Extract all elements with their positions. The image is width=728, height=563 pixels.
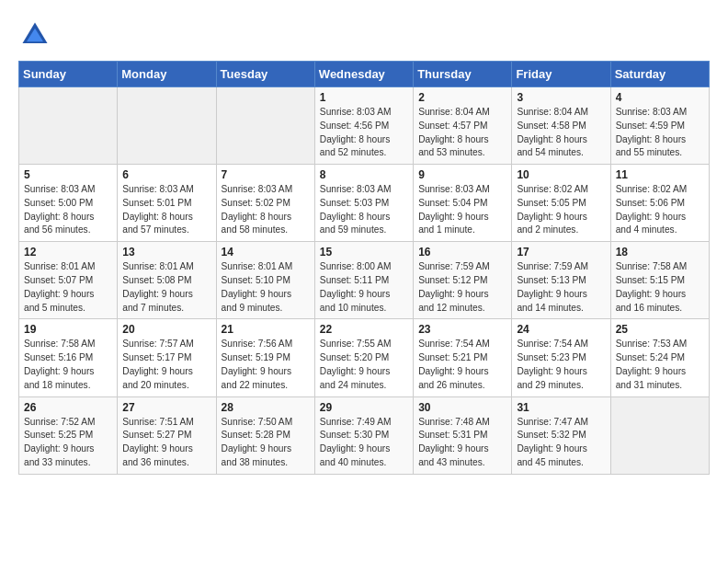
day-number: 5 — [24, 168, 112, 181]
day-info: Sunrise: 7:47 AM Sunset: 5:32 PM Dayligh… — [517, 416, 605, 470]
day-number: 17 — [517, 246, 605, 259]
day-info: Sunrise: 8:03 AM Sunset: 5:02 PM Dayligh… — [222, 183, 310, 237]
day-number: 20 — [122, 323, 210, 336]
header-cell-wednesday: Wednesday — [314, 62, 413, 87]
day-number: 15 — [320, 246, 408, 259]
day-cell: 24Sunrise: 7:54 AM Sunset: 5:23 PM Dayli… — [512, 319, 610, 396]
day-info: Sunrise: 7:56 AM Sunset: 5:19 PM Dayligh… — [222, 338, 310, 392]
day-number: 26 — [24, 401, 112, 414]
day-cell: 11Sunrise: 8:02 AM Sunset: 5:06 PM Dayli… — [610, 165, 709, 242]
header-cell-saturday: Saturday — [610, 62, 709, 87]
day-cell: 19Sunrise: 7:58 AM Sunset: 5:16 PM Dayli… — [19, 319, 118, 396]
day-cell: 27Sunrise: 7:51 AM Sunset: 5:27 PM Dayli… — [118, 396, 216, 474]
page-header — [18, 18, 710, 52]
calendar-table: SundayMondayTuesdayWednesdayThursdayFrid… — [18, 61, 710, 475]
day-info: Sunrise: 7:51 AM Sunset: 5:27 PM Dayligh… — [122, 416, 210, 470]
week-row-1: 1Sunrise: 8:03 AM Sunset: 4:56 PM Daylig… — [19, 87, 710, 165]
day-number: 16 — [418, 246, 506, 259]
day-cell: 30Sunrise: 7:48 AM Sunset: 5:31 PM Dayli… — [414, 396, 512, 474]
day-cell: 8Sunrise: 8:03 AM Sunset: 5:03 PM Daylig… — [314, 165, 413, 242]
day-info: Sunrise: 8:03 AM Sunset: 5:01 PM Dayligh… — [122, 183, 210, 237]
header-cell-thursday: Thursday — [414, 62, 512, 87]
day-cell: 13Sunrise: 8:01 AM Sunset: 5:08 PM Dayli… — [118, 242, 216, 319]
day-info: Sunrise: 7:58 AM Sunset: 5:16 PM Dayligh… — [24, 338, 112, 392]
week-row-3: 12Sunrise: 8:01 AM Sunset: 5:07 PM Dayli… — [19, 242, 710, 319]
day-cell: 5Sunrise: 8:03 AM Sunset: 5:00 PM Daylig… — [19, 165, 118, 242]
day-cell: 10Sunrise: 8:02 AM Sunset: 5:05 PM Dayli… — [512, 165, 610, 242]
day-info: Sunrise: 7:55 AM Sunset: 5:20 PM Dayligh… — [320, 338, 408, 392]
day-cell: 1Sunrise: 8:03 AM Sunset: 4:56 PM Daylig… — [314, 87, 413, 165]
day-info: Sunrise: 8:03 AM Sunset: 5:03 PM Dayligh… — [320, 183, 408, 237]
day-number: 27 — [122, 401, 210, 414]
day-info: Sunrise: 8:03 AM Sunset: 4:59 PM Dayligh… — [616, 106, 704, 160]
day-number: 24 — [517, 323, 605, 336]
day-number: 11 — [616, 168, 704, 181]
day-cell: 16Sunrise: 7:59 AM Sunset: 5:12 PM Dayli… — [414, 242, 512, 319]
day-info: Sunrise: 8:01 AM Sunset: 5:08 PM Dayligh… — [122, 260, 210, 315]
day-info: Sunrise: 8:03 AM Sunset: 4:56 PM Dayligh… — [320, 106, 408, 160]
day-number: 10 — [517, 168, 605, 181]
day-cell: 31Sunrise: 7:47 AM Sunset: 5:32 PM Dayli… — [512, 396, 610, 474]
day-number: 12 — [24, 246, 112, 259]
week-row-5: 26Sunrise: 7:52 AM Sunset: 5:25 PM Dayli… — [19, 396, 710, 474]
calendar-body: 1Sunrise: 8:03 AM Sunset: 4:56 PM Daylig… — [19, 87, 710, 475]
day-info: Sunrise: 8:02 AM Sunset: 5:06 PM Dayligh… — [616, 183, 704, 237]
day-number: 2 — [418, 91, 506, 104]
header-cell-monday: Monday — [118, 62, 216, 87]
day-cell — [610, 396, 709, 474]
day-cell: 26Sunrise: 7:52 AM Sunset: 5:25 PM Dayli… — [19, 396, 118, 474]
calendar-header: SundayMondayTuesdayWednesdayThursdayFrid… — [19, 62, 710, 87]
day-cell: 14Sunrise: 8:01 AM Sunset: 5:10 PM Dayli… — [216, 242, 314, 319]
day-cell: 2Sunrise: 8:04 AM Sunset: 4:57 PM Daylig… — [414, 87, 512, 165]
day-cell: 25Sunrise: 7:53 AM Sunset: 5:24 PM Dayli… — [610, 319, 709, 396]
day-cell: 23Sunrise: 7:54 AM Sunset: 5:21 PM Dayli… — [414, 319, 512, 396]
logo-icon — [18, 18, 51, 52]
day-number: 30 — [418, 401, 506, 414]
day-cell: 7Sunrise: 8:03 AM Sunset: 5:02 PM Daylig… — [216, 165, 314, 242]
day-number: 25 — [616, 323, 704, 336]
header-row: SundayMondayTuesdayWednesdayThursdayFrid… — [19, 62, 710, 87]
day-info: Sunrise: 7:54 AM Sunset: 5:21 PM Dayligh… — [418, 338, 506, 392]
day-info: Sunrise: 7:57 AM Sunset: 5:17 PM Dayligh… — [122, 338, 210, 392]
day-cell: 20Sunrise: 7:57 AM Sunset: 5:17 PM Dayli… — [118, 319, 216, 396]
day-number: 21 — [222, 323, 310, 336]
day-info: Sunrise: 7:48 AM Sunset: 5:31 PM Dayligh… — [418, 416, 506, 470]
day-info: Sunrise: 7:59 AM Sunset: 5:13 PM Dayligh… — [517, 260, 605, 315]
day-number: 13 — [122, 246, 210, 259]
day-number: 3 — [517, 91, 605, 104]
day-info: Sunrise: 8:03 AM Sunset: 5:00 PM Dayligh… — [24, 183, 112, 237]
day-cell — [216, 87, 314, 165]
day-cell — [118, 87, 216, 165]
day-info: Sunrise: 8:01 AM Sunset: 5:07 PM Dayligh… — [24, 260, 112, 315]
day-cell: 9Sunrise: 8:03 AM Sunset: 5:04 PM Daylig… — [414, 165, 512, 242]
day-cell: 15Sunrise: 8:00 AM Sunset: 5:11 PM Dayli… — [314, 242, 413, 319]
day-number: 31 — [517, 401, 605, 414]
day-info: Sunrise: 8:00 AM Sunset: 5:11 PM Dayligh… — [320, 260, 408, 315]
day-number: 19 — [24, 323, 112, 336]
day-cell: 29Sunrise: 7:49 AM Sunset: 5:30 PM Dayli… — [314, 396, 413, 474]
day-number: 22 — [320, 323, 408, 336]
day-info: Sunrise: 7:52 AM Sunset: 5:25 PM Dayligh… — [24, 416, 112, 470]
day-cell: 21Sunrise: 7:56 AM Sunset: 5:19 PM Dayli… — [216, 319, 314, 396]
day-info: Sunrise: 8:04 AM Sunset: 4:58 PM Dayligh… — [517, 106, 605, 160]
day-number: 8 — [320, 168, 408, 181]
day-info: Sunrise: 8:02 AM Sunset: 5:05 PM Dayligh… — [517, 183, 605, 237]
day-number: 29 — [320, 401, 408, 414]
day-cell — [19, 87, 118, 165]
week-row-2: 5Sunrise: 8:03 AM Sunset: 5:00 PM Daylig… — [19, 165, 710, 242]
day-info: Sunrise: 8:04 AM Sunset: 4:57 PM Dayligh… — [418, 106, 506, 160]
day-info: Sunrise: 7:59 AM Sunset: 5:12 PM Dayligh… — [418, 260, 506, 315]
day-cell: 4Sunrise: 8:03 AM Sunset: 4:59 PM Daylig… — [610, 87, 709, 165]
day-number: 14 — [222, 246, 310, 259]
day-number: 6 — [122, 168, 210, 181]
day-cell: 3Sunrise: 8:04 AM Sunset: 4:58 PM Daylig… — [512, 87, 610, 165]
week-row-4: 19Sunrise: 7:58 AM Sunset: 5:16 PM Dayli… — [19, 319, 710, 396]
day-info: Sunrise: 7:49 AM Sunset: 5:30 PM Dayligh… — [320, 416, 408, 470]
day-info: Sunrise: 8:03 AM Sunset: 5:04 PM Dayligh… — [418, 183, 506, 237]
header-cell-sunday: Sunday — [19, 62, 118, 87]
day-cell: 6Sunrise: 8:03 AM Sunset: 5:01 PM Daylig… — [118, 165, 216, 242]
day-cell: 12Sunrise: 8:01 AM Sunset: 5:07 PM Dayli… — [19, 242, 118, 319]
header-cell-tuesday: Tuesday — [216, 62, 314, 87]
day-cell: 28Sunrise: 7:50 AM Sunset: 5:28 PM Dayli… — [216, 396, 314, 474]
logo — [18, 18, 57, 52]
